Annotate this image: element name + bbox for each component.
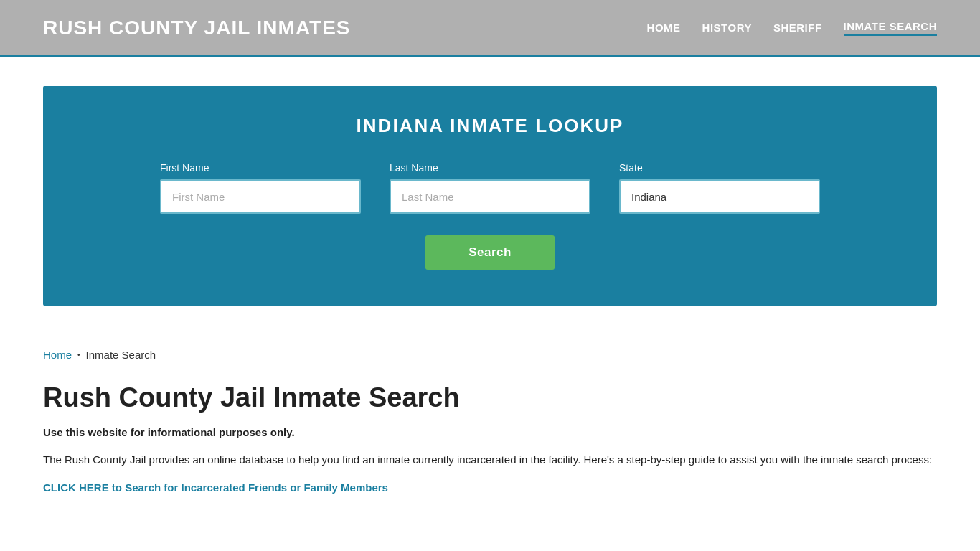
- breadcrumb: Home • Inmate Search: [0, 334, 980, 375]
- main-nav: HOME HISTORY SHERIFF INMATE SEARCH: [647, 20, 937, 36]
- nav-home[interactable]: HOME: [647, 22, 681, 34]
- page-title: Rush County Jail Inmate Search: [43, 382, 937, 413]
- click-here-link[interactable]: CLICK HERE to Search for Incarcerated Fr…: [43, 481, 388, 494]
- last-name-group: Last Name: [390, 162, 590, 214]
- site-header: RUSH COUNTY JAIL INMATES HOME HISTORY SH…: [0, 0, 980, 57]
- nav-inmate-search[interactable]: INMATE SEARCH: [844, 20, 937, 36]
- inmate-lookup-panel: INDIANA INMATE LOOKUP First Name Last Na…: [43, 86, 937, 306]
- main-content: Rush County Jail Inmate Search Use this …: [0, 375, 980, 523]
- info-bold-text: Use this website for informational purpo…: [43, 426, 937, 438]
- search-button[interactable]: Search: [425, 235, 555, 270]
- site-title: RUSH COUNTY JAIL INMATES: [43, 17, 350, 39]
- first-name-group: First Name: [160, 162, 361, 214]
- state-group: State Indiana Alabama Alaska Arizona Ill…: [619, 162, 820, 214]
- lookup-title: INDIANA INMATE LOOKUP: [86, 115, 894, 137]
- search-fields-row: First Name Last Name State Indiana Alaba…: [86, 162, 894, 214]
- last-name-input[interactable]: [390, 179, 590, 214]
- first-name-input[interactable]: [160, 179, 361, 214]
- first-name-label: First Name: [160, 162, 361, 174]
- search-button-wrap: Search: [86, 235, 894, 270]
- breadcrumb-home-link[interactable]: Home: [43, 349, 72, 361]
- state-label: State: [619, 162, 820, 174]
- nav-history[interactable]: HISTORY: [702, 22, 752, 34]
- breadcrumb-current: Inmate Search: [86, 349, 156, 361]
- breadcrumb-separator: •: [77, 351, 80, 359]
- state-select[interactable]: Indiana Alabama Alaska Arizona Illinois …: [619, 179, 820, 214]
- last-name-label: Last Name: [390, 162, 590, 174]
- nav-sheriff[interactable]: SHERIFF: [773, 22, 822, 34]
- info-description: The Rush County Jail provides an online …: [43, 451, 937, 468]
